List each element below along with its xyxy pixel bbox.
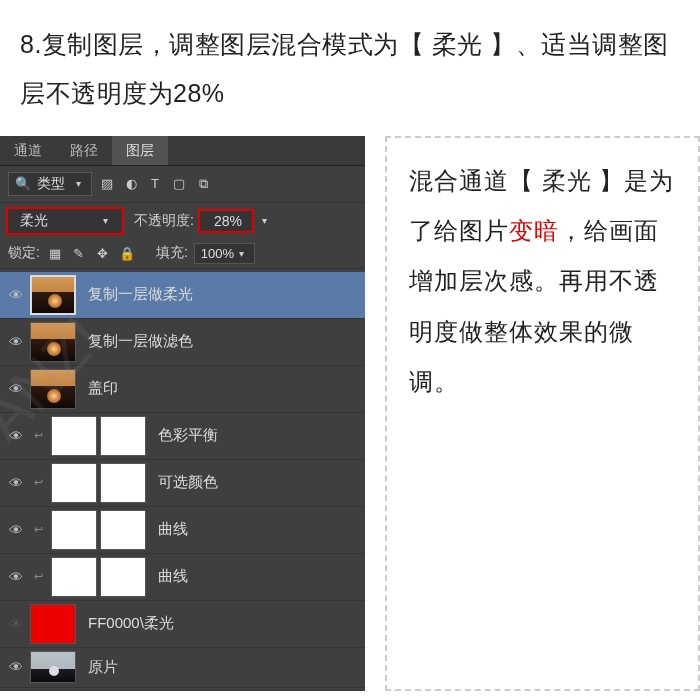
eye-icon[interactable]: 👁 (6, 522, 26, 538)
side-highlight: 变暗 (509, 217, 559, 244)
layer-thumbnail[interactable] (30, 322, 76, 362)
layer-row[interactable]: 👁 原片 (0, 648, 365, 688)
tab-layers[interactable]: 图层 (112, 136, 168, 165)
search-icon: 🔍 (15, 176, 31, 191)
main-area: 通道 路径 图层 🔍 类型 ▾ ▨ ◐ T ▢ ⧉ 柔光 ▾ 不透明度: 28%… (0, 136, 700, 691)
filter-image-icon[interactable]: ▨ (98, 175, 116, 193)
link-icon[interactable]: ↩ (29, 474, 47, 492)
mask-thumbnail[interactable] (100, 416, 146, 456)
link-icon[interactable]: ↩ (29, 568, 47, 586)
blend-mode-picker[interactable]: 柔光 ▾ (6, 207, 124, 235)
eye-icon[interactable]: 👁 (6, 616, 26, 632)
layer-name: 色彩平衡 (158, 426, 218, 445)
eye-icon[interactable]: 👁 (6, 569, 26, 585)
tab-channels[interactable]: 通道 (0, 136, 56, 165)
fill-value: 100% (201, 246, 234, 261)
panel-tabs: 通道 路径 图层 (0, 136, 365, 166)
chevron-down-icon: ▾ (98, 215, 112, 226)
mask-thumbnail[interactable] (100, 557, 146, 597)
eye-icon[interactable]: 👁 (6, 475, 26, 491)
layer-row[interactable]: 👁 ↩ 曲线 (0, 507, 365, 554)
layer-row[interactable]: 👁 FF0000\柔光 (0, 601, 365, 648)
lock-row: 锁定: ▦ ✎ ✥ 🔒 填充: 100% ▾ (0, 239, 365, 269)
layer-row[interactable]: 👁 盖印 (0, 366, 365, 413)
layer-row[interactable]: 👁 ↩ 曲线 (0, 554, 365, 601)
instruction-text: 8.复制图层，调整图层混合模式为【 柔光 】、适当调整图层不透明度为28% (0, 0, 700, 128)
eye-icon[interactable]: 👁 (6, 287, 26, 303)
filter-smart-icon[interactable]: ⧉ (194, 175, 212, 193)
chevron-down-icon[interactable]: ▾ (258, 215, 272, 226)
chevron-down-icon: ▾ (234, 248, 248, 259)
filter-text-icon[interactable]: T (146, 175, 164, 193)
layer-thumbnail[interactable] (30, 651, 76, 683)
layer-name: 曲线 (158, 567, 188, 586)
layers-list: 👁 复制一层做柔光 👁 复制一层做滤色 👁 盖印 👁 ↩ 色彩平衡 (0, 269, 365, 691)
lock-label: 锁定: (8, 244, 40, 262)
blend-row: 柔光 ▾ 不透明度: 28% ▾ (0, 203, 365, 239)
layer-name: 复制一层做柔光 (88, 285, 193, 304)
layer-name: 原片 (88, 658, 118, 677)
layer-thumbnail[interactable] (51, 463, 97, 503)
link-icon[interactable]: ↩ (29, 427, 47, 445)
layer-thumbnail[interactable] (30, 604, 76, 644)
layer-row[interactable]: 👁 ↩ 色彩平衡 (0, 413, 365, 460)
eye-icon[interactable]: 👁 (6, 428, 26, 444)
layer-row[interactable]: 👁 复制一层做滤色 (0, 319, 365, 366)
layer-thumbnail[interactable] (51, 557, 97, 597)
blend-mode-value: 柔光 (20, 212, 48, 230)
filter-row: 🔍 类型 ▾ ▨ ◐ T ▢ ⧉ (0, 166, 365, 203)
filter-type-select[interactable]: 🔍 类型 ▾ (8, 172, 92, 196)
filter-type-label: 类型 (37, 175, 65, 193)
layer-thumbnail[interactable] (30, 275, 76, 315)
layer-name: FF0000\柔光 (88, 614, 174, 633)
layer-name: 复制一层做滤色 (88, 332, 193, 351)
opacity-value-input[interactable]: 28% (198, 209, 254, 233)
lock-transparency-icon[interactable]: ▦ (46, 244, 64, 262)
lock-paint-icon[interactable]: ✎ (70, 244, 88, 262)
eye-icon[interactable]: 👁 (6, 659, 26, 675)
fill-label: 填充: (156, 244, 188, 262)
layer-name: 曲线 (158, 520, 188, 539)
layer-thumbnail[interactable] (51, 416, 97, 456)
layer-name: 盖印 (88, 379, 118, 398)
eye-icon[interactable]: 👁 (6, 334, 26, 350)
layer-thumbnail[interactable] (30, 369, 76, 409)
eye-icon[interactable]: 👁 (6, 381, 26, 397)
lock-move-icon[interactable]: ✥ (94, 244, 112, 262)
side-explanation: 混合通道【 柔光 】是为了给图片变暗，给画面增加层次感。再用不透明度做整体效果的… (385, 136, 700, 691)
tab-paths[interactable]: 路径 (56, 136, 112, 165)
layer-thumbnail[interactable] (51, 510, 97, 550)
opacity-label: 不透明度: (134, 212, 194, 230)
filter-shape-icon[interactable]: ▢ (170, 175, 188, 193)
link-icon[interactable]: ↩ (29, 521, 47, 539)
layer-row[interactable]: 👁 ↩ 可选颜色 (0, 460, 365, 507)
layer-name: 可选颜色 (158, 473, 218, 492)
fill-value-input[interactable]: 100% ▾ (194, 243, 255, 264)
lock-all-icon[interactable]: 🔒 (118, 244, 136, 262)
chevron-down-icon: ▾ (71, 178, 85, 189)
filter-adjust-icon[interactable]: ◐ (122, 175, 140, 193)
mask-thumbnail[interactable] (100, 463, 146, 503)
layer-row[interactable]: 👁 复制一层做柔光 (0, 272, 365, 319)
layers-panel: 通道 路径 图层 🔍 类型 ▾ ▨ ◐ T ▢ ⧉ 柔光 ▾ 不透明度: 28%… (0, 136, 365, 691)
mask-thumbnail[interactable] (100, 510, 146, 550)
